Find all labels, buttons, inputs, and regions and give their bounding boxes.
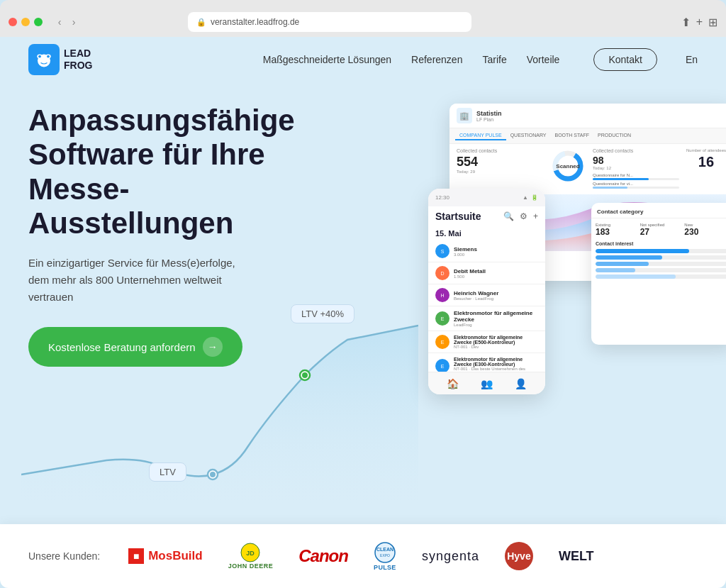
clean-expo-icon: CLEAN EXPO [374,541,396,564]
mosbuild-logo: ■ MosBuild [128,548,203,564]
more-icon[interactable]: + [533,211,538,221]
list-item[interactable]: E Elektronmotor für allgemeine Zwecke (E… [428,331,545,353]
search-icon[interactable]: 🔍 [503,211,514,221]
dash-tabs: COMPANY PULSE QUESTIONARY BOOTH STAFF PR… [449,128,726,144]
mosbuild-icon: ■ [128,548,144,564]
stats-screenshot: Contact category Existing 183 Not specif… [591,203,726,345]
svg-text:EXPO: EXPO [380,553,390,558]
syngenta-logo: syngenta [422,549,479,564]
new-tab-icon[interactable]: + [696,16,703,28]
tab-booth-staff[interactable]: BOOTH STAFF [550,131,593,140]
dash-body: Collected contacts 554 Today: 29 Scanned [449,144,726,194]
canon-logo: Canon [298,546,348,566]
hero-title: Anpassungsfähige Software für Ihre Messe… [28,104,312,240]
nav-link-tarife[interactable]: Tarife [482,54,506,65]
bar2 [596,255,726,260]
stat2-label: Collected contacts [593,148,679,153]
mosbuild-text: MosBuild [148,549,203,563]
mobile-app-title: Startsuite [435,211,481,222]
stat-val3: 230 [684,227,726,237]
logo-text: LEAD FROG [64,48,92,72]
avatar-debit: D [435,266,449,280]
tabs-icon[interactable]: ⊞ [708,16,717,29]
dash-company: Statistin [476,110,502,117]
number16-value: 16 [686,154,726,170]
item-name: Elektronmotor für allgemeine Zwecke (E30… [454,357,538,367]
item-name: Elektronmotor für allgemeine Zwecke (E50… [454,335,538,345]
traffic-lights [9,18,43,26]
stat-val1: 183 [596,227,640,237]
back-button[interactable]: ‹ [54,16,65,28]
close-button[interactable] [9,18,17,26]
address-bar[interactable]: 🔒 veranstalter.leadfrog.de [188,12,471,32]
tab-production[interactable]: PRODUCTION [593,131,635,140]
tab-company-pulse[interactable]: COMPANY PULSE [455,131,506,140]
nav-link-solutions[interactable]: Maßgeschneiderte Lösungen [263,54,391,65]
stat2-today: Today: 12 [593,166,679,170]
nav-kontakt-button[interactable]: Kontakt [593,48,657,71]
share-icon[interactable]: ⬆ [681,16,691,29]
item-name: Siemens [454,246,477,253]
customer-logos: ■ MosBuild JD JOHN DEERE Canon [128,541,698,571]
donut-chart: Scanned [550,148,586,190]
mobile-date: 15. Mai [428,226,545,240]
john-deere-logo: JD JOHN DEERE [228,543,274,570]
avatar-elektron1: E [435,311,449,326]
stat-side: Collected contacts 98 Today: 12 Question… [593,148,679,190]
wifi-icon: ▲ [523,194,528,201]
list-item[interactable]: S Siemens3.000 [428,240,545,262]
customers-label: Unsere Kunden: [28,550,100,562]
profile-icon[interactable]: 👤 [515,378,527,389]
hero-cta-button[interactable]: Kostenlose Beratung anfordern → [28,327,242,367]
filter-icon[interactable]: ⚙ [520,211,527,221]
forward-button[interactable]: › [68,16,79,28]
stat-val2: 27 [640,227,685,237]
browser-chrome: ‹ › 🔒 veranstalter.leadfrog.de ⬆ + ⊞ [0,0,726,37]
bar4 [596,268,726,272]
fullscreen-button[interactable] [34,18,43,26]
nav-link-references[interactable]: Referenzen [411,54,462,65]
mobile-time: 12:30 [435,194,449,201]
hyve-text: Hyve [507,550,530,562]
top-nav: LEAD FROG Maßgeschneiderte Lösungen Refe… [0,37,726,82]
home-icon[interactable]: 🏠 [447,378,459,389]
frog-svg [33,49,55,70]
stats-title: Contact category [597,209,726,215]
collected-value: 554 [457,155,543,170]
logo[interactable]: LEAD FROG [28,44,92,75]
list-item[interactable]: E Elektronmotor für allgemeine ZweckeLea… [428,306,545,331]
item-sub: Besucher · LeadFrog [454,296,498,301]
mobile-list: S Siemens3.000 D Debit Metall1.500 H Hei… [428,240,545,379]
item-sub: NT-001 · Dev [454,345,538,349]
mobile-header: 12:30 ▲ 🔋 [428,189,545,206]
collected-today: Today: 29 [457,170,543,174]
website-content: LEAD FROG Maßgeschneiderte Lösungen Refe… [0,37,726,588]
svg-point-8 [302,372,308,378]
bar1 [596,249,726,253]
stats-body: Existing 183 Not specified 27 New 230 [591,218,726,285]
number16-label: Number of attendees [686,148,726,152]
stats-header: Contact category [591,203,726,218]
nav-lang[interactable]: En [686,54,698,65]
nav-link-vorteile[interactable]: Vorteile [527,54,560,65]
bar5 [596,274,726,279]
nav-links: Maßgeschneiderte Lösungen Referenzen Tar… [263,48,698,71]
company-icon: 🏢 [457,108,472,123]
battery-icon: 🔋 [531,194,538,201]
list-item[interactable]: H Heinrich WagnerBesucher · LeadFrog [428,284,545,306]
contacts-icon[interactable]: 👥 [481,378,493,389]
svg-text:CLEAN: CLEAN [376,547,393,552]
svg-point-7 [210,472,216,477]
url-text: veranstalter.leadfrog.de [211,17,299,27]
tab-questionary[interactable]: QUESTIONARY [506,131,551,140]
list-item[interactable]: D Debit Metall1.500 [428,262,545,284]
mobile-title-row: Startsuite 🔍 ⚙ + [428,206,545,226]
clean-expo-logo: CLEAN EXPO PULSE [374,541,396,571]
ltv-label: LTV [149,462,186,482]
dash-plan: LF Plan [476,117,502,122]
hero-subtitle: Ein einzigartiger Service für Mess(e)erf… [28,255,255,306]
minimize-button[interactable] [21,18,30,26]
stat-collected: Collected contacts 554 Today: 29 [457,148,543,190]
lock-icon: 🔒 [196,18,206,27]
item-sub: 3.000 [454,253,477,257]
